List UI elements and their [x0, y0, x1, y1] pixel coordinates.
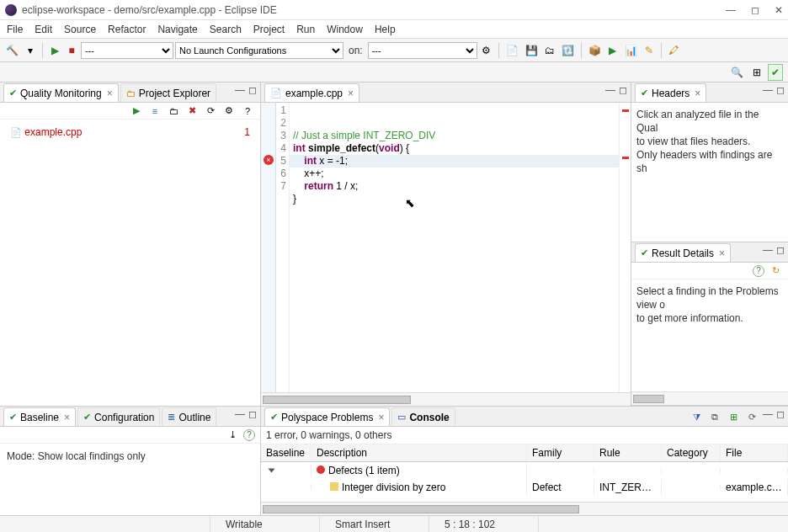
menu-run[interactable]: Run: [296, 24, 315, 35]
help-icon[interactable]: ?: [753, 265, 764, 277]
minimize-view-icon[interactable]: —: [235, 84, 245, 96]
save-icon[interactable]: 💾: [523, 42, 540, 59]
close-icon[interactable]: ×: [378, 412, 384, 423]
menu-help[interactable]: Help: [375, 24, 396, 35]
minimize-view-icon[interactable]: —: [763, 84, 773, 96]
run-button[interactable]: ▶: [47, 42, 62, 59]
editor[interactable]: × 1234567 // Just a simple INT_ZERO_DIV …: [261, 103, 631, 392]
menubar: File Edit Source Refactor Navigate Searc…: [0, 20, 788, 39]
menu-source[interactable]: Source: [64, 24, 96, 35]
maximize-button[interactable]: ◻: [751, 4, 759, 16]
col-baseline[interactable]: Baseline: [261, 444, 311, 461]
tab-configuration[interactable]: ✔ Configuration: [77, 407, 160, 426]
maximize-view-icon[interactable]: ◻: [619, 84, 627, 96]
hammer-icon[interactable]: 🔨: [3, 42, 21, 59]
filter-icon[interactable]: ⧩: [689, 408, 704, 425]
code-area[interactable]: // Just a simple INT_ZERO_DIV int simple…: [290, 103, 619, 392]
tab-headers[interactable]: ✔ Headers ×: [635, 83, 706, 102]
refresh-icon[interactable]: ▶: [129, 103, 144, 120]
target-select[interactable]: ---: [368, 42, 477, 59]
run-icon[interactable]: ▶: [605, 42, 620, 59]
col-family[interactable]: Family: [527, 444, 594, 461]
minimize-view-icon[interactable]: —: [763, 244, 773, 256]
error-marker-icon[interactable]: ×: [264, 155, 274, 165]
minimize-view-icon[interactable]: —: [763, 408, 773, 425]
col-file[interactable]: File: [721, 444, 788, 461]
menu-edit[interactable]: Edit: [35, 24, 52, 35]
result-hscroll[interactable]: [631, 391, 788, 405]
folder-icon[interactable]: 🗀: [166, 103, 181, 120]
tab-outline[interactable]: ≣ Outline: [162, 407, 216, 426]
overview-ruler[interactable]: [619, 103, 631, 392]
col-category[interactable]: Category: [662, 444, 721, 461]
gear-icon[interactable]: ⚙: [479, 42, 494, 59]
maximize-view-icon[interactable]: ◻: [248, 84, 257, 96]
minimize-view-icon[interactable]: —: [235, 408, 245, 420]
menu-file[interactable]: File: [7, 24, 23, 35]
editor-hscroll[interactable]: [261, 392, 631, 406]
delete-icon[interactable]: ✖: [184, 103, 200, 120]
problems-hscroll[interactable]: [261, 502, 788, 515]
menu-search[interactable]: Search: [210, 24, 242, 35]
chevron-down-icon[interactable]: [269, 469, 275, 473]
group-icon[interactable]: ⊞: [726, 408, 741, 425]
quality-tree[interactable]: 📄 example.cpp 1: [0, 120, 260, 406]
highlight-icon[interactable]: 🖍: [666, 42, 681, 59]
perspective-button[interactable]: ✔: [768, 64, 783, 81]
maximize-view-icon[interactable]: ◻: [776, 244, 785, 256]
help-icon[interactable]: ?: [243, 429, 255, 441]
menu-window[interactable]: Window: [327, 24, 363, 35]
close-icon[interactable]: ×: [64, 412, 70, 423]
tab-console[interactable]: ▭ Console: [391, 407, 455, 426]
wand-icon[interactable]: ✎: [642, 42, 657, 59]
help-icon[interactable]: ?: [240, 103, 255, 120]
overview-error-mark-icon[interactable]: [622, 157, 629, 159]
tab-result-details[interactable]: ✔ Result Details ×: [635, 243, 731, 262]
menu-navigate[interactable]: Navigate: [157, 24, 197, 35]
editor-tab-example[interactable]: 📄 example.cpp ×: [264, 83, 359, 102]
menu-refactor[interactable]: Refactor: [108, 24, 146, 35]
tab-project-explorer[interactable]: 🗀 Project Explorer: [120, 83, 216, 102]
close-icon[interactable]: ×: [719, 247, 725, 259]
copy-icon[interactable]: ⧉: [707, 408, 722, 425]
minimize-view-icon[interactable]: —: [605, 84, 615, 96]
table-group-row[interactable]: Defects (1 item): [261, 462, 788, 479]
toggle-icon[interactable]: 🔃: [559, 42, 577, 59]
search-icon[interactable]: 🔍: [728, 64, 746, 81]
tab-label: Configuration: [94, 412, 154, 423]
tab-quality-monitoring[interactable]: ✔ Quality Monitoring ×: [3, 83, 119, 102]
dropdown-icon[interactable]: ▾: [23, 42, 38, 59]
open-perspective-icon[interactable]: ⊞: [749, 64, 764, 81]
table-row[interactable]: Integer division by zero Defect INT_ZERO…: [261, 479, 788, 496]
saveall-icon[interactable]: 🗂: [542, 42, 557, 59]
stop-button[interactable]: ■: [64, 42, 79, 59]
list-icon[interactable]: ≡: [147, 103, 162, 120]
settings-icon[interactable]: ⚙: [221, 103, 237, 120]
maximize-view-icon[interactable]: ◻: [776, 408, 785, 425]
close-icon[interactable]: ×: [348, 88, 354, 99]
coverage-icon[interactable]: 📊: [622, 42, 640, 59]
file-row[interactable]: 📄 example.cpp 1: [5, 125, 255, 140]
close-icon[interactable]: ×: [695, 88, 700, 99]
download-icon[interactable]: ⤓: [225, 427, 240, 444]
tab-label: Polyspace Problems: [281, 412, 373, 423]
build-icon[interactable]: 📦: [586, 42, 604, 59]
menu-project[interactable]: Project: [253, 24, 285, 35]
maximize-view-icon[interactable]: ◻: [248, 408, 257, 420]
tab-polyspace-problems[interactable]: ✔ Polyspace Problems ×: [264, 407, 390, 426]
launch-config-select[interactable]: No Launch Configurations: [175, 42, 343, 59]
col-description[interactable]: Description: [311, 444, 527, 461]
tab-baseline[interactable]: ✔ Baseline ×: [3, 407, 76, 426]
maximize-view-icon[interactable]: ◻: [776, 84, 785, 96]
close-icon[interactable]: ×: [107, 88, 113, 99]
close-button[interactable]: ✕: [775, 4, 783, 16]
col-rule[interactable]: Rule: [594, 444, 662, 461]
problems-table[interactable]: Baseline Description Family Rule Categor…: [261, 444, 788, 502]
new-icon[interactable]: 📄: [503, 42, 521, 59]
build-config-select[interactable]: ---: [81, 42, 173, 59]
minimize-button[interactable]: —: [726, 4, 736, 16]
annotation-ruler[interactable]: ×: [261, 103, 276, 392]
sync-icon[interactable]: ⟳: [203, 103, 218, 120]
link-icon[interactable]: ⟳: [744, 408, 759, 425]
refresh-icon[interactable]: ↻: [768, 263, 783, 279]
